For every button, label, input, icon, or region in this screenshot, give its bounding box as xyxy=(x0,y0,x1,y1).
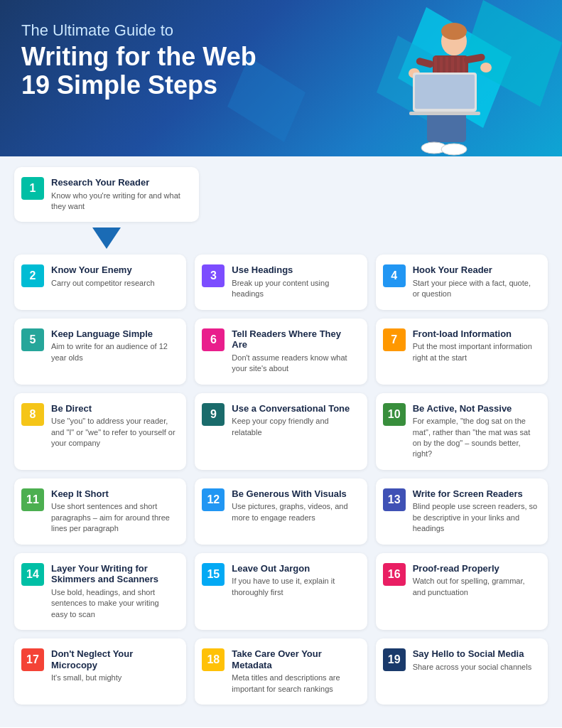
arrow-down-1 xyxy=(92,228,121,249)
card-body-11: Keep It Short Use short sentences and sh… xyxy=(51,488,176,535)
card-title-10: Be Active, Not Passive xyxy=(413,403,538,414)
card-body-16: Proof-read Properly Watch out for spelli… xyxy=(413,563,538,598)
card-title-7: Front-load Information xyxy=(413,328,538,340)
card-step-15: 15 Leave Out Jargon If you have to use i… xyxy=(195,553,367,630)
card-title-3: Use Headings xyxy=(232,264,357,276)
card-title-2: Know Your Enemy xyxy=(51,264,176,276)
card-body-10: Be Active, Not Passive For example, "the… xyxy=(413,403,538,460)
card-body-3: Use Headings Break up your content using… xyxy=(232,264,357,299)
card-desc-16: Watch out for spelling, grammar, and pun… xyxy=(413,576,538,598)
badge-10: 10 xyxy=(383,403,406,426)
card-body-19: Say Hello to Social Media Share across y… xyxy=(413,648,538,673)
badge-19: 19 xyxy=(383,648,406,671)
card-body-2: Know Your Enemy Carry out competitor res… xyxy=(51,264,176,289)
header-main-title: Writing for the Web19 Simple Steps xyxy=(21,43,320,99)
card-desc-1: Know who you're writing for and what the… xyxy=(51,191,189,213)
card-desc-18: Meta titles and descriptions are importa… xyxy=(232,673,357,695)
svg-rect-14 xyxy=(463,53,485,64)
row-1: 1 Research Your Reader Know who you're w… xyxy=(14,167,548,222)
card-desc-5: Aim to write for an audience of 12 year … xyxy=(51,341,176,363)
content-area: 1 Research Your Reader Know who you're w… xyxy=(0,156,562,727)
card-desc-4: Start your piece with a fact, quote, or … xyxy=(413,278,538,300)
card-body-5: Keep Language Simple Aim to write for an… xyxy=(51,328,176,363)
card-body-9: Use a Conversational Tone Keep your copy… xyxy=(232,403,357,438)
header-subtitle: The Ultimate Guide to xyxy=(21,21,320,40)
header-person-image xyxy=(349,21,505,156)
card-desc-13: Blind people use screen readers, so be d… xyxy=(413,501,538,534)
card-body-14: Layer Your Writing for Skimmers and Scan… xyxy=(51,563,176,620)
card-desc-3: Break up your content using headings xyxy=(232,278,357,300)
card-step-8: 8 Be Direct Use "you" to address your re… xyxy=(14,393,186,470)
card-step-11: 11 Keep It Short Use short sentences and… xyxy=(14,478,186,545)
card-desc-10: For example, "the dog sat on the mat", r… xyxy=(413,416,538,460)
badge-18: 18 xyxy=(202,648,225,671)
row-6: 14 Layer Your Writing for Skimmers and S… xyxy=(14,553,548,630)
svg-marker-23 xyxy=(92,228,121,249)
card-desc-9: Keep your copy friendly and relatable xyxy=(232,416,357,438)
card-title-8: Be Direct xyxy=(51,403,176,414)
row-2: 2 Know Your Enemy Carry out competitor r… xyxy=(14,255,548,309)
card-step-9: 9 Use a Conversational Tone Keep your co… xyxy=(195,393,367,470)
row-3: 5 Keep Language Simple Aim to write for … xyxy=(14,318,548,385)
row-7: 17 Don't Neglect Your Microcopy It's sma… xyxy=(14,638,548,705)
card-step-14: 14 Layer Your Writing for Skimmers and S… xyxy=(14,553,186,630)
badge-15: 15 xyxy=(202,563,225,586)
card-title-9: Use a Conversational Tone xyxy=(232,403,357,414)
card-title-16: Proof-read Properly xyxy=(413,563,538,574)
card-step-4: 4 Hook Your Reader Start your piece with… xyxy=(376,255,548,309)
card-title-6: Tell Readers Where They Are xyxy=(232,328,357,350)
card-step-17: 17 Don't Neglect Your Microcopy It's sma… xyxy=(14,638,186,705)
card-body-7: Front-load Information Put the most impo… xyxy=(413,328,538,363)
card-desc-7: Put the most important information right… xyxy=(413,341,538,363)
card-step-12: 12 Be Generous With Visuals Use pictures… xyxy=(195,478,367,545)
card-title-17: Don't Neglect Your Microcopy xyxy=(51,648,176,670)
card-step-5: 5 Keep Language Simple Aim to write for … xyxy=(14,318,186,385)
card-body-1: Research Your Reader Know who you're wri… xyxy=(51,177,189,212)
badge-11: 11 xyxy=(21,488,44,511)
card-desc-17: It's small, but mighty xyxy=(51,673,176,683)
badge-6: 6 xyxy=(202,328,225,351)
card-title-1: Research Your Reader xyxy=(51,177,189,188)
card-desc-15: If you have to use it, explain it thorou… xyxy=(232,576,357,598)
badge-16: 16 xyxy=(383,563,406,586)
card-title-18: Take Care Over Your Metadata xyxy=(232,648,357,670)
card-step-1: 1 Research Your Reader Know who you're w… xyxy=(14,167,199,222)
header-title-block: The Ultimate Guide to Writing for the We… xyxy=(21,21,320,99)
card-desc-8: Use "you" to address your reader, and "I… xyxy=(51,416,176,449)
svg-rect-20 xyxy=(409,112,480,115)
card-step-6: 6 Tell Readers Where They Are Don't assu… xyxy=(195,318,367,385)
svg-point-22 xyxy=(441,144,467,155)
card-step-7: 7 Front-load Information Put the most im… xyxy=(376,318,548,385)
card-title-14: Layer Your Writing for Skimmers and Scan… xyxy=(51,563,176,585)
card-step-13: 13 Write for Screen Readers Blind people… xyxy=(376,478,548,545)
card-desc-14: Use bold, headings, and short sentences … xyxy=(51,587,176,620)
badge-13: 13 xyxy=(383,488,406,511)
badge-7: 7 xyxy=(383,328,406,351)
card-step-16: 16 Proof-read Properly Watch out for spe… xyxy=(376,553,548,630)
card-body-4: Hook Your Reader Start your piece with a… xyxy=(413,264,538,299)
badge-14: 14 xyxy=(21,563,44,586)
card-title-12: Be Generous With Visuals xyxy=(232,488,357,500)
row-5: 11 Keep It Short Use short sentences and… xyxy=(14,478,548,545)
svg-rect-13 xyxy=(416,57,435,68)
card-step-19: 19 Say Hello to Social Media Share acros… xyxy=(376,638,548,705)
badge-17: 17 xyxy=(21,648,44,671)
card-body-17: Don't Neglect Your Microcopy It's small,… xyxy=(51,648,176,684)
card-body-18: Take Care Over Your Metadata Meta titles… xyxy=(232,648,357,695)
row-4: 8 Be Direct Use "you" to address your re… xyxy=(14,393,548,470)
svg-point-5 xyxy=(441,23,467,40)
card-desc-12: Use pictures, graphs, videos, and more t… xyxy=(232,501,357,523)
card-step-2: 2 Know Your Enemy Carry out competitor r… xyxy=(14,255,186,309)
card-title-13: Write for Screen Readers xyxy=(413,488,538,500)
badge-1: 1 xyxy=(21,177,44,200)
badge-9: 9 xyxy=(202,403,225,426)
card-title-15: Leave Out Jargon xyxy=(232,563,357,574)
badge-5: 5 xyxy=(21,328,44,351)
card-step-10: 10 Be Active, Not Passive For example, "… xyxy=(376,393,548,470)
card-body-6: Tell Readers Where They Are Don't assume… xyxy=(232,328,357,375)
badge-12: 12 xyxy=(202,488,225,511)
card-desc-19: Share across your social channels xyxy=(413,662,538,673)
card-body-12: Be Generous With Visuals Use pictures, g… xyxy=(232,488,357,523)
card-body-13: Write for Screen Readers Blind people us… xyxy=(413,488,538,535)
card-step-18: 18 Take Care Over Your Metadata Meta tit… xyxy=(195,638,367,705)
